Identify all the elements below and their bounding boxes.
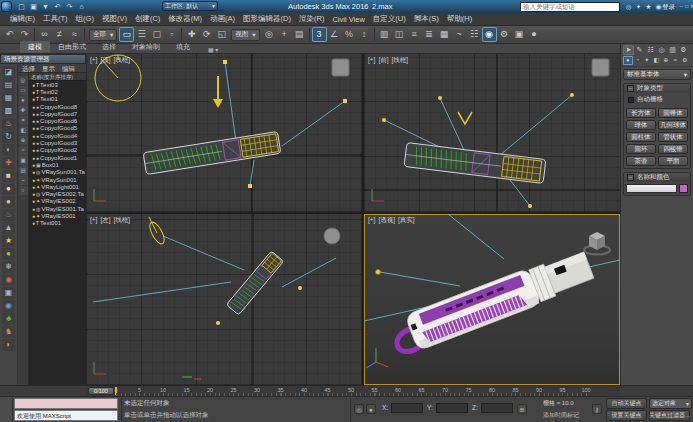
menu-item[interactable]: 工具(T) [39, 14, 72, 24]
sign-in-button[interactable]: 登录 [662, 3, 675, 12]
filter-xrefs-icon[interactable]: ▤ [19, 166, 28, 175]
autogrid-checkbox[interactable] [628, 97, 634, 103]
ribbon-tab-对象绘制[interactable]: 对象绘制 [124, 41, 168, 53]
z-coordinate-field[interactable] [481, 403, 513, 413]
list-item[interactable]: ●TText03 [29, 81, 86, 88]
list-item[interactable]: ●●CopyofGood8 [29, 103, 86, 110]
list-item[interactable]: ●✦VRayIES001 [29, 212, 86, 219]
visibility-bulb-icon[interactable]: ● [32, 169, 35, 175]
menu-item[interactable]: 动画(A) [206, 14, 239, 24]
cat-helpers[interactable]: ⊕ [661, 56, 671, 65]
redo-icon[interactable]: ↷ [64, 1, 75, 12]
rollout-collapse-icon[interactable]: − [627, 174, 634, 181]
list-item[interactable]: ●TText01 [29, 96, 86, 103]
scene-explorer-title[interactable]: 场景资源管理器 [0, 54, 86, 64]
select-move-icon[interactable]: ✚ [184, 27, 199, 42]
cat-systems[interactable]: ⚙ [680, 56, 690, 65]
viewport-view-menu[interactable]: [透视] [378, 216, 395, 225]
explorer-menu-编辑[interactable]: 编辑 [62, 64, 75, 72]
primitive-button-四棱锥[interactable]: 四棱锥 [658, 144, 688, 154]
visibility-bulb-icon[interactable]: ● [32, 184, 35, 190]
menu-item[interactable]: 修改器(M) [164, 14, 206, 24]
list-item[interactable]: ●TText02 [29, 88, 86, 95]
viewport-preset-icon[interactable]: ◪ [2, 66, 15, 78]
undo-icon[interactable]: ↶ [2, 27, 17, 42]
object-name-input[interactable] [626, 184, 677, 193]
grid-icon[interactable]: ▦ [2, 92, 15, 104]
list-item[interactable]: ●●CopyofGood3 [29, 139, 86, 146]
camera-icon[interactable]: ▣ [2, 287, 15, 299]
infocenter-search-input[interactable] [520, 2, 620, 12]
tab-hierarchy[interactable]: ☷ [645, 45, 656, 55]
select-object-icon[interactable]: ▭ [119, 27, 134, 42]
visibility-bulb-icon[interactable]: ● [32, 213, 35, 219]
snowflake-icon[interactable]: ❄ [2, 261, 15, 273]
viewport-top[interactable]: [+] [顶] [线框] [86, 54, 362, 212]
angle-snap-icon[interactable]: ∠ [327, 27, 342, 42]
select-manipulate-icon[interactable]: + [277, 27, 292, 42]
save-file-icon[interactable]: ▼ [40, 1, 51, 12]
menu-item[interactable]: Civil View [328, 15, 368, 24]
viewport-perspective[interactable]: [+] [透视] [真实] [364, 214, 620, 385]
visibility-bulb-icon[interactable]: ● [32, 104, 35, 110]
project-folder-icon[interactable]: ⌂ [76, 1, 87, 12]
primitive-button-管状体[interactable]: 管状体 [658, 132, 688, 142]
list-item[interactable]: ●●CopyofGood6 [29, 117, 86, 124]
percent-snap-icon[interactable]: % [342, 27, 357, 42]
snaps-toggle-icon[interactable]: 3 [312, 27, 327, 42]
selected-objects-dropdown[interactable]: 选定对象 ▾ [649, 398, 692, 409]
y-coordinate-field[interactable] [436, 403, 468, 413]
bird-icon[interactable]: ♞ [2, 326, 15, 338]
time-slider-track[interactable]: 0/100 0510152025303540455055606570758085… [86, 385, 620, 396]
viewport-shading-menu[interactable]: [线框] [114, 216, 131, 225]
menu-item[interactable]: 组(G) [72, 14, 98, 24]
visibility-bulb-icon[interactable]: ● [32, 118, 35, 124]
search-go-icon[interactable]: ◎ [624, 2, 633, 11]
render-setup-icon[interactable]: ⚙ [497, 27, 512, 42]
undo-icon[interactable]: ↶ [52, 1, 63, 12]
viewport-plus-menu[interactable]: [+] [90, 56, 97, 65]
menu-item[interactable]: 编辑(E) [6, 14, 39, 24]
visibility-bulb-icon[interactable]: ● [32, 125, 35, 131]
primitive-button-球体[interactable]: 球体 [626, 120, 656, 130]
set-key-button[interactable]: 设置关键点 [606, 410, 647, 421]
mini-listener-handle[interactable] [0, 397, 13, 422]
primitive-button-圆柱体[interactable]: 圆柱体 [626, 132, 656, 142]
viewport-plus-menu[interactable]: [+] [368, 56, 375, 65]
selection-region-icon[interactable]: ▢ [149, 27, 164, 42]
visibility-bulb-icon[interactable]: ● [32, 89, 35, 95]
list-item[interactable]: ●◎VRayIES002.Ta [29, 190, 86, 197]
list-item[interactable]: ●●CopyofGood7 [29, 110, 86, 117]
explorer-selection-set-icon[interactable]: ▭ [19, 86, 28, 95]
list-item[interactable]: ●✦VRaySun001 [29, 176, 86, 183]
viewport-shading-menu[interactable]: [线框] [392, 56, 409, 65]
select-by-name-icon[interactable]: ☰ [134, 27, 149, 42]
tab-display[interactable]: ▥ [667, 45, 678, 55]
restore-icon[interactable]: □ [685, 2, 690, 11]
filter-spacewarps-icon[interactable]: ≈ [19, 146, 28, 155]
cat-cameras[interactable]: ◧ [652, 56, 662, 65]
list-item[interactable]: ●●CopyofGood4 [29, 132, 86, 139]
filter-bones-icon[interactable]: ~ [19, 176, 28, 185]
schematic-view-icon[interactable]: ☷ [467, 27, 482, 42]
monitor-icon[interactable]: ▤ [2, 79, 15, 91]
explorer-menu-选择[interactable]: 选择 [22, 64, 35, 72]
workspace-dropdown[interactable]: 工作区: 默认 ▾ [162, 1, 218, 11]
rollout-collapse-icon[interactable]: − [627, 85, 634, 92]
viewport-view-menu[interactable]: [左] [100, 216, 110, 225]
use-center-icon[interactable]: ◎ [262, 27, 277, 42]
viewport-front[interactable]: [+] [前] [线框] [364, 54, 620, 212]
layer-manager-icon[interactable]: ≣ [422, 27, 437, 42]
visibility-bulb-icon[interactable]: ● [32, 140, 35, 146]
menu-item[interactable]: 自定义(U) [369, 14, 410, 24]
macro-recorder-line[interactable] [14, 398, 118, 409]
viewport-left[interactable]: [+] [左] [线框] [86, 214, 362, 385]
redo-icon[interactable]: ↷ [17, 27, 32, 42]
selection-filter-dropdown[interactable]: 全部▾ [89, 29, 117, 41]
ribbon-tab-自由形式[interactable]: 自由形式 [50, 41, 94, 53]
name-color-rollout-header[interactable]: − 名称和颜色 [624, 173, 690, 182]
menu-item[interactable]: 图形编辑器(D) [239, 14, 295, 24]
list-item[interactable]: ●●CopyofGood5 [29, 125, 86, 132]
tab-utilities[interactable]: ⚙ [678, 45, 689, 55]
axis-cross-icon[interactable]: ✚ [2, 157, 15, 169]
